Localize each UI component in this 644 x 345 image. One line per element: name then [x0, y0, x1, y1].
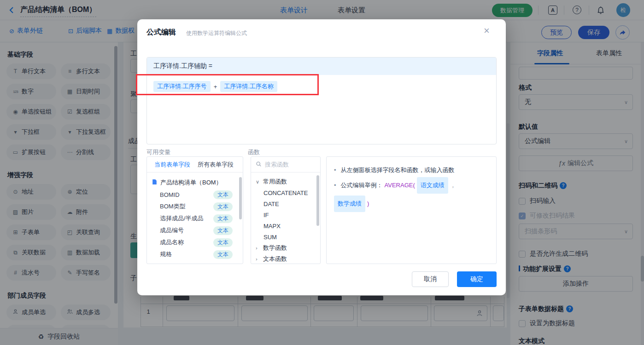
functions-label: 函数	[248, 148, 260, 156]
bullet-icon: •	[334, 178, 336, 192]
help-text: 公式编辑举例：	[341, 178, 383, 192]
tab-all-form-fields[interactable]: 所有表单字段	[198, 161, 234, 169]
help-text: 从左侧面板选择字段名和函数，或输入函数	[341, 163, 455, 177]
help-panel: •从左侧面板选择字段名和函数，或输入函数 • 公式编辑举例： AVERAGE( …	[326, 156, 497, 264]
group-label: 常用函数	[263, 178, 287, 186]
formula-token[interactable]: 工序详情.工序序号	[153, 81, 211, 92]
cancel-button[interactable]: 取消	[412, 271, 449, 287]
type-badge: 文本	[213, 250, 233, 259]
formula-editor: 工序详情.工序辅助 = 工序详情.工序序号 + 工序详情.工序名称	[146, 57, 497, 144]
formula-input-area[interactable]: 工序详情.工序序号 + 工序详情.工序名称	[147, 75, 496, 98]
variables-tree: 产品结构清单（BOM） BOMID文本 BOM类型文本 选择成品/半成品文本 成…	[147, 172, 243, 260]
tree-root[interactable]: 产品结构清单（BOM）	[152, 177, 239, 189]
modal-title: 公式编辑	[146, 28, 176, 37]
type-badge: 文本	[213, 202, 233, 211]
example-function-close: )	[367, 197, 369, 211]
app-root: 产品结构清单（BOM） 表单设计 表单设置 数据管理 A ? 检 ⊘表单外链 ⊡…	[0, 0, 644, 345]
function-item[interactable]: CONCATENATE	[256, 187, 320, 198]
tab-current-form-fields[interactable]: 当前表单字段	[154, 161, 190, 169]
function-group-text[interactable]: ›文本函数	[256, 253, 320, 264]
field-name: BOMID	[160, 191, 180, 198]
field-name: 选择成品/半成品	[160, 214, 204, 223]
example-field-chip: 数学成绩	[334, 196, 365, 212]
group-label: 文本函数	[263, 255, 287, 263]
tree-field[interactable]: 选择成品/半成品文本	[152, 213, 239, 224]
variables-scrollbar[interactable]	[239, 177, 242, 219]
field-name: 成品名称	[160, 238, 184, 247]
function-name: SUM	[263, 234, 277, 241]
chevron-right-icon: ›	[256, 256, 260, 262]
formula-editor-modal: 公式编辑 使用数学运算符编辑公式 × 工序详情.工序辅助 = 工序详情.工序序号…	[137, 19, 506, 295]
chevron-right-icon: ›	[256, 245, 260, 251]
formula-token[interactable]: 工序详情.工序名称	[220, 81, 277, 92]
function-item[interactable]: IF	[256, 209, 320, 220]
function-name: IF	[263, 212, 269, 218]
example-field-chip: 语文成绩	[417, 177, 448, 194]
function-name: CONCATENATE	[263, 190, 308, 196]
functions-list: ∨常用函数 CONCATENATE DATE IF MAPX SUM ›数学函数…	[251, 172, 320, 264]
group-label: 数学函数	[263, 244, 287, 252]
functions-scrollbar[interactable]	[316, 175, 319, 226]
formula-target: 工序详情.工序辅助 =	[147, 58, 496, 75]
formula-operator[interactable]: +	[214, 83, 217, 90]
search-icon	[256, 161, 262, 168]
chevron-down-icon: ∨	[256, 179, 260, 185]
type-badge: 文本	[213, 238, 233, 247]
help-line-1: •从左侧面板选择字段名和函数，或输入函数	[334, 163, 489, 177]
function-item[interactable]: DATE	[256, 198, 320, 209]
type-badge: 文本	[213, 214, 233, 223]
field-name: BOM类型	[160, 202, 186, 211]
function-group-math[interactable]: ›数学函数	[256, 242, 320, 253]
variables-panel: 当前表单字段 所有表单字段 产品结构清单（BOM） BOMID文本 BOM类型文…	[146, 156, 243, 264]
type-badge: 文本	[213, 226, 233, 235]
file-icon	[152, 179, 158, 186]
close-icon[interactable]: ×	[484, 26, 490, 36]
variables-label: 可用变量	[146, 148, 170, 156]
function-item[interactable]: MAPX	[256, 220, 320, 231]
field-name: 成品编号	[160, 226, 184, 235]
tree-field[interactable]: 成品名称文本	[152, 236, 239, 248]
functions-panel: 搜索函数 ∨常用函数 CONCATENATE DATE IF MAPX SUM …	[251, 156, 321, 264]
bullet-icon: •	[334, 163, 336, 177]
tree-root-label: 产品结构清单（BOM）	[160, 178, 222, 187]
confirm-button[interactable]: 确定	[457, 271, 497, 287]
function-item[interactable]: SUM	[256, 231, 320, 242]
example-comma: ，	[450, 178, 456, 192]
modal-subtitle: 使用数学运算符编辑公式	[186, 29, 247, 37]
search-placeholder: 搜索函数	[265, 161, 289, 169]
example-function-open: AVERAGE(	[385, 178, 415, 192]
help-line-2: • 公式编辑举例： AVERAGE( 语文成绩 ， 数学成绩 )	[334, 177, 489, 212]
tree-field[interactable]: 成品编号文本	[152, 224, 239, 236]
tree-field[interactable]: BOM类型文本	[152, 201, 239, 213]
tree-field[interactable]: BOMID文本	[152, 189, 239, 201]
field-name: 规格	[160, 250, 172, 259]
function-name: MAPX	[263, 223, 281, 230]
function-name: DATE	[263, 201, 279, 207]
function-search-input[interactable]: 搜索函数	[251, 157, 320, 172]
variables-tabs: 当前表单字段 所有表单字段	[147, 157, 243, 172]
type-badge: 文本	[213, 190, 233, 199]
function-group-common[interactable]: ∨常用函数	[256, 176, 320, 187]
tree-field[interactable]: 规格文本	[152, 248, 239, 260]
